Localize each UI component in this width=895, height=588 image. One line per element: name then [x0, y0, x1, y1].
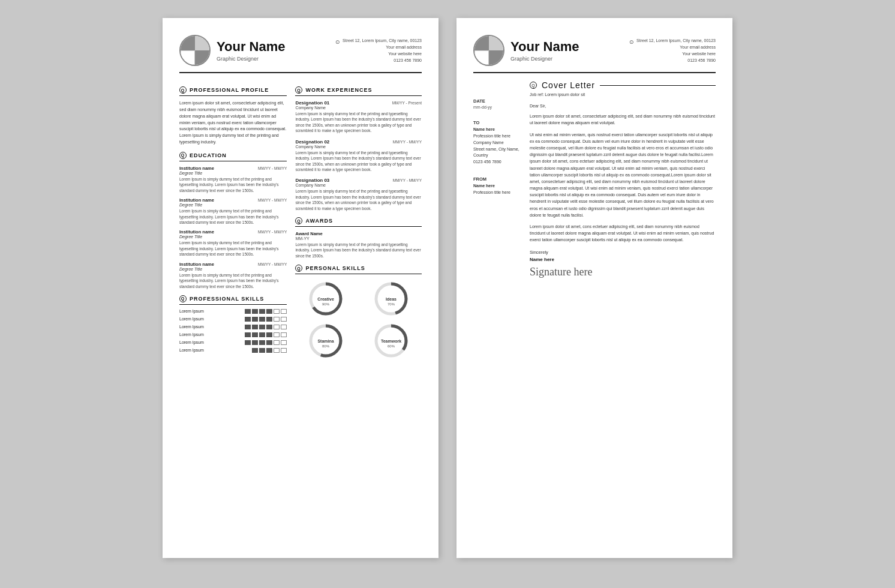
cover-letter-icon: Q	[530, 82, 537, 89]
from-block: From Name here Profession title here	[473, 176, 521, 196]
resume-page: Your Name Graphic Designer ⊙ Street 12, …	[163, 18, 439, 558]
work-section: Q Work Experiences Designation 01 MM/YY …	[295, 86, 422, 211]
personal-skills-grid: Creative 90% Ideas 70% Stamina 80%	[295, 278, 422, 360]
skill-row: Lorem Ipsum	[179, 340, 287, 345]
cover-letter-title-text: Cover Letter	[542, 80, 595, 90]
cover-name: Your Name	[510, 39, 579, 55]
cover-contact: ⊙ Street 12, Lorem Ipsum, City name, 001…	[629, 37, 716, 64]
cover-sidebar: Date mm-dd-yy To Name here Profession ti…	[473, 80, 521, 281]
award-entry: Award Name MM-YY Lorem Ipsum is simply d…	[295, 231, 422, 259]
personal-skills-title: Q Personal Skills	[295, 265, 422, 274]
sincerely-text: Sincerely Name here Signature here	[530, 250, 716, 278]
profile-section-title: Q Professional Profile	[179, 86, 287, 96]
resume-body: Q Professional Profile Lorem ipsum dolor…	[179, 80, 422, 360]
work-icon: Q	[295, 86, 302, 94]
left-column: Q Professional Profile Lorem ipsum dolor…	[179, 80, 287, 360]
work-entry: Designation 02 MM/YY - MM/YY Company Nam…	[295, 139, 422, 173]
education-entry: Institution name MM/YY - MM/YY Degree Ti…	[179, 166, 287, 193]
cover-letter-divider	[600, 85, 716, 86]
svg-text:70%: 70%	[388, 302, 395, 306]
cover-logo-circle	[473, 35, 504, 66]
skill-row: Lorem Ipsum	[179, 309, 287, 314]
skills-section-title: Q Professional Skills	[179, 295, 287, 305]
skill-entries: Lorem Ipsum Lorem Ipsum Lorem Ipsum Lore…	[179, 309, 287, 353]
date-block: Date mm-dd-yy	[473, 98, 521, 109]
education-section-title: Q Education	[179, 152, 287, 161]
award-entries: Award Name MM-YY Lorem Ipsum is simply d…	[295, 231, 422, 259]
job-ref: Job ref: Lorem ipsum dolor sit	[530, 92, 716, 97]
work-section-title: Q Work Experiences	[295, 86, 422, 96]
awards-section-title: Q Awards	[295, 217, 422, 227]
name-block: Your Name Graphic Designer	[217, 39, 286, 62]
cover-header: Your Name Graphic Designer ⊙ Street 12, …	[473, 35, 716, 73]
education-section: Q Education Institution name MM/YY - MM/…	[179, 152, 287, 289]
location-icon: ⊙	[335, 38, 340, 46]
svg-text:80%: 80%	[322, 344, 330, 348]
personal-skills-icon: Q	[295, 265, 302, 272]
personal-skills-section: Q Personal Skills Creative 90% Ideas 70%	[295, 265, 422, 360]
to-block: To Name here Profession title here Compa…	[473, 120, 521, 166]
svg-text:Teamwork: Teamwork	[381, 339, 401, 343]
skill-row: Lorem Ipsum	[179, 348, 287, 353]
right-column: Q Work Experiences Designation 01 MM/YY …	[295, 80, 422, 360]
education-entries: Institution name MM/YY - MM/YY Degree Ti…	[179, 166, 287, 289]
svg-text:Ideas: Ideas	[386, 297, 397, 301]
cover-header-left: Your Name Graphic Designer	[473, 35, 579, 66]
personal-skill-circle: Stamina 80%	[295, 323, 356, 360]
education-entry: Institution name MM/YY - MM/YY Degree Ti…	[179, 262, 287, 289]
logo-circle	[179, 35, 211, 66]
to-details: Name here Profession title here Company …	[473, 127, 521, 166]
svg-text:90%: 90%	[322, 302, 330, 306]
cover-content: Q Cover Letter Job ref: Lorem ipsum dolo…	[530, 80, 716, 281]
work-entry: Designation 01 MM/YY - Present Company N…	[295, 100, 422, 134]
header-contact: ⊙ Street 12, Lorem Ipsum, City name, 001…	[335, 37, 422, 64]
profile-section: Q Professional Profile Lorem ipsum dolor…	[179, 86, 287, 146]
skill-row: Lorem Ipsum	[179, 325, 287, 329]
skills-section: Q Professional Skills Lorem Ipsum Lorem …	[179, 295, 287, 353]
cover-body-text: Dear Sir, Lorem ipsum dolor sit amet, co…	[530, 103, 716, 244]
education-entry: Institution name MM/YY - MM/YY Degree Ti…	[179, 197, 287, 225]
from-details: Name here Profession title here	[473, 183, 521, 196]
cover-title: Graphic Designer	[510, 56, 579, 62]
profile-text: Lorem ipsum dolor sit amet, consectetuer…	[179, 100, 287, 146]
skill-row: Lorem Ipsum	[179, 332, 287, 337]
education-icon: Q	[179, 152, 187, 159]
education-entry: Institution name MM/YY - MM/YY Degree Ti…	[179, 229, 287, 257]
header-left: Your Name Graphic Designer	[179, 35, 286, 66]
resume-header: Your Name Graphic Designer ⊙ Street 12, …	[179, 35, 422, 73]
work-entries: Designation 01 MM/YY - Present Company N…	[295, 100, 422, 211]
resume-title: Graphic Designer	[217, 56, 286, 62]
contact-details: Street 12, Lorem Ipsum, City name, 00123…	[343, 37, 422, 64]
cover-letter-body: Date mm-dd-yy To Name here Profession ti…	[473, 80, 716, 281]
svg-text:Creative: Creative	[317, 297, 334, 301]
personal-skill-circle: Ideas 70%	[361, 281, 422, 318]
svg-text:60%: 60%	[388, 344, 395, 348]
skills-icon: Q	[179, 295, 187, 302]
cover-location-icon: ⊙	[629, 38, 634, 46]
work-entry: Designation 03 MM/YY - MM/YY Company Nam…	[295, 178, 422, 211]
signature: Signature here	[530, 266, 716, 278]
resume-name: Your Name	[217, 39, 286, 55]
awards-section: Q Awards Award Name MM-YY Lorem Ipsum is…	[295, 217, 422, 259]
personal-skill-circle: Creative 90%	[295, 281, 356, 318]
skill-row: Lorem Ipsum	[179, 317, 287, 322]
cover-name-block: Your Name Graphic Designer	[510, 39, 579, 62]
profile-icon: Q	[179, 86, 187, 94]
awards-icon: Q	[295, 217, 302, 224]
svg-text:Stamina: Stamina	[317, 339, 334, 343]
cover-contact-details: Street 12, Lorem Ipsum, City name, 00123…	[636, 37, 716, 64]
personal-skill-circle: Teamwork 60%	[361, 323, 422, 360]
cover-letter-title-row: Q Cover Letter	[530, 80, 716, 90]
cover-letter-page: Your Name Graphic Designer ⊙ Street 12, …	[456, 18, 732, 558]
